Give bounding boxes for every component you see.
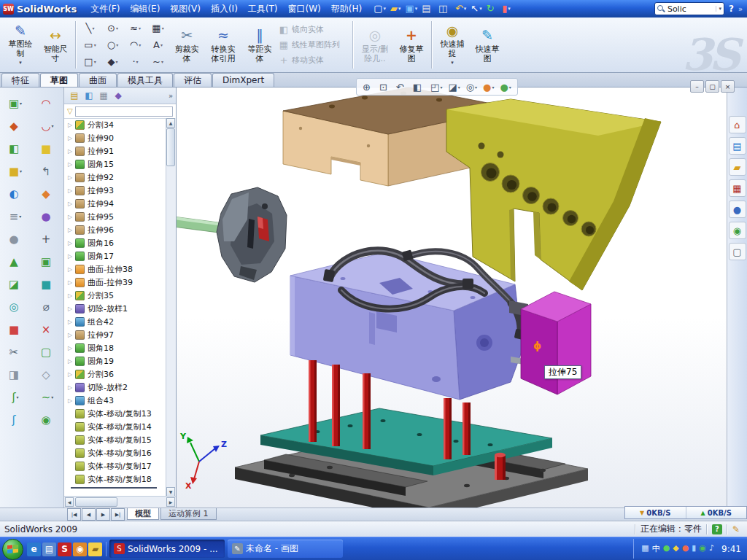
scroll-right-icon[interactable]: ▶ bbox=[166, 497, 175, 507]
commandmanager-tab[interactable]: 特征 bbox=[1, 73, 39, 87]
dropdown-arrow-icon[interactable]: ▾ bbox=[139, 42, 141, 47]
titlebar-tool-icon[interactable]: ↶ ▾ bbox=[453, 2, 468, 15]
menu-item[interactable]: 视图(V) bbox=[165, 2, 206, 16]
task-pane-icon[interactable]: ● bbox=[729, 201, 746, 218]
feature-tree-item[interactable]: ▷ 拉伸97 bbox=[68, 328, 166, 341]
feature-tree-item[interactable]: ▷ 组合42 bbox=[68, 315, 166, 328]
feature-tree-item[interactable]: ▷ 分割36 bbox=[68, 368, 166, 381]
expand-arrow-icon[interactable]: ▷ bbox=[68, 279, 75, 286]
clock[interactable]: 9:41 bbox=[721, 544, 741, 554]
left-toolbar-button[interactable]: ≡ ▾ bbox=[0, 205, 31, 228]
commandmanager-tab[interactable]: 评估 bbox=[174, 73, 212, 87]
toolbar-overflow-icon[interactable]: » bbox=[738, 5, 747, 13]
expand-arrow-icon[interactable]: ▷ bbox=[68, 135, 75, 141]
feature-tree-item[interactable]: ▷ 圆角15 bbox=[68, 158, 166, 171]
panel-tab-icon[interactable]: ◆ bbox=[111, 90, 125, 101]
left-toolbar-button[interactable]: ↰ ▾ bbox=[32, 160, 63, 182]
tree-filter-input[interactable] bbox=[75, 106, 173, 117]
view-tool-icon[interactable]: ◎ ▾ bbox=[463, 82, 480, 93]
commandmanager-tab[interactable]: 草图 bbox=[40, 73, 78, 87]
sketch-entity-tool-button[interactable]: ≈ ▾ bbox=[124, 20, 147, 36]
left-toolbar-button[interactable]: ◡ ▾ bbox=[32, 114, 63, 137]
model-tab[interactable]: 运动算例 1 bbox=[160, 508, 217, 520]
left-toolbar-button[interactable]: ■ ▾ bbox=[32, 273, 63, 295]
dropdown-arrow-icon[interactable]: ▾ bbox=[92, 26, 94, 31]
taskbar-task-button[interactable]: S SolidWorks 2009 - ... bbox=[109, 540, 225, 558]
titlebar-tool-icon[interactable]: ▮ ▾ bbox=[500, 2, 513, 15]
expand-arrow-icon[interactable]: ▷ bbox=[68, 174, 75, 181]
feature-tree-item[interactable]: ▷ 切除-放样2 bbox=[68, 381, 166, 394]
feature-tree-item[interactable]: ▷ 拉伸93 bbox=[68, 184, 166, 197]
dropdown-arrow-icon[interactable]: ▾ bbox=[139, 26, 141, 31]
left-toolbar-button[interactable]: + ▾ bbox=[32, 228, 63, 250]
scroll-up-icon[interactable]: ▲ bbox=[166, 118, 175, 128]
trim-entities-button[interactable]: ✂ 剪裁实 体 bbox=[169, 18, 204, 72]
sketch-entity-tool-button[interactable]: □ ▾ bbox=[79, 53, 101, 70]
tray-icon[interactable]: 中 bbox=[652, 543, 660, 554]
view-tool-icon[interactable]: ● ▾ bbox=[497, 82, 514, 93]
expand-arrow-icon[interactable]: ▷ bbox=[68, 306, 75, 312]
entity-operation-button[interactable]: ◧ 镜向实体 bbox=[277, 22, 350, 37]
feature-tree-item[interactable]: ▷ 拉伸94 bbox=[68, 197, 166, 210]
dropdown-arrow-icon[interactable]: ▾ bbox=[115, 59, 117, 64]
feature-tree-item[interactable]: ▷ 拉伸91 bbox=[68, 144, 166, 158]
left-toolbar-button[interactable]: ■ ▾ bbox=[0, 160, 31, 182]
menu-item[interactable]: 编辑(E) bbox=[125, 2, 165, 16]
sketch-entity-tool-button[interactable]: ◠ ▾ bbox=[124, 36, 147, 53]
status-help-icon[interactable]: ? bbox=[712, 524, 722, 534]
view-tool-icon[interactable]: ◪ ▾ bbox=[445, 82, 462, 93]
search-dropdown-icon[interactable]: ▾ bbox=[716, 6, 724, 12]
view-tool-icon[interactable]: ⊕ ▾ bbox=[360, 82, 376, 93]
start-button[interactable] bbox=[2, 539, 23, 560]
quick-launch-icon[interactable]: e bbox=[27, 542, 41, 556]
sketch-button[interactable]: ✎ 草图绘 制 ▾ bbox=[3, 18, 38, 72]
taskbar-task-button[interactable]: ✎ 未命名 - 画图 bbox=[228, 540, 343, 558]
repair-sketch-button[interactable]: + 修复草 图 bbox=[394, 18, 429, 72]
dropdown-arrow-icon[interactable]: ▾ bbox=[162, 26, 164, 31]
feature-tree-item[interactable]: ▷ 分割34 bbox=[68, 118, 166, 131]
feature-tree-item[interactable]: ▷ 组合43 bbox=[68, 394, 166, 407]
expand-arrow-icon[interactable]: ▷ bbox=[68, 266, 75, 273]
task-pane-icon[interactable]: ⌂ bbox=[729, 116, 746, 133]
quick-launch-icon[interactable]: ▤ bbox=[42, 542, 56, 556]
quick-snaps-button[interactable]: ◉ 快速捕 捉 ▾ bbox=[435, 18, 470, 72]
feature-tree-item[interactable]: ▷ 拉伸96 bbox=[68, 223, 166, 236]
tray-icon[interactable]: ▮ bbox=[692, 543, 696, 554]
view-tool-icon[interactable]: ◧ ▾ bbox=[410, 82, 427, 93]
rollback-bar[interactable] bbox=[71, 487, 157, 489]
left-toolbar-button[interactable]: ◆ ▾ bbox=[0, 114, 31, 137]
clamp-part[interactable] bbox=[217, 187, 287, 282]
menu-item[interactable]: 工具(T) bbox=[243, 2, 283, 16]
dropdown-arrow-icon[interactable]: ▾ bbox=[451, 58, 454, 68]
task-pane-icon[interactable]: ▢ bbox=[729, 243, 746, 260]
left-toolbar-button[interactable]: ◧ ▾ bbox=[0, 137, 31, 160]
dropdown-arrow-icon[interactable]: ▾ bbox=[160, 42, 163, 47]
quick-launch-icon[interactable]: ◉ bbox=[73, 542, 87, 556]
tray-icon[interactable]: ● bbox=[663, 543, 670, 554]
expand-arrow-icon[interactable]: ▷ bbox=[68, 345, 75, 351]
panel-tab-icon[interactable]: ◧ bbox=[82, 90, 96, 101]
left-toolbar-button[interactable]: ▣ ▾ bbox=[0, 92, 31, 114]
feature-tree-item[interactable]: ▷ 实体-移动/复制16 bbox=[68, 446, 166, 459]
sketch-entity-tool-button[interactable]: ▭ ▾ bbox=[79, 36, 101, 53]
sketch-entity-tool-button[interactable]: ▦ ▾ bbox=[147, 20, 169, 36]
sketch-entity-tool-button[interactable]: ~ ▾ bbox=[147, 53, 169, 70]
view-tool-icon[interactable]: ◰ ▾ bbox=[427, 82, 445, 93]
display-delete-relations-button[interactable]: ◎ 显示/删 除几.. bbox=[356, 18, 394, 72]
window-control-button[interactable]: – bbox=[690, 80, 704, 93]
expand-arrow-icon[interactable]: ▷ bbox=[68, 214, 75, 220]
feature-tree-item[interactable]: ▷ 拉伸95 bbox=[68, 210, 166, 223]
convert-entities-button[interactable]: ≈ 转换实 体引用 bbox=[204, 18, 242, 72]
view-tool-icon[interactable]: ● ▾ bbox=[480, 82, 497, 93]
entity-operation-button[interactable]: + 移动实体 bbox=[277, 52, 350, 68]
vcr-button[interactable]: ◀ bbox=[82, 508, 96, 521]
sketch-entity-tool-button[interactable]: ○ ▾ bbox=[101, 36, 124, 53]
left-toolbar-button[interactable]: ● ▾ bbox=[0, 228, 31, 250]
dropdown-arrow-icon[interactable]: ▾ bbox=[94, 42, 96, 47]
expand-arrow-icon[interactable]: ▷ bbox=[68, 187, 75, 194]
left-toolbar-button[interactable]: ʃ ▾ bbox=[0, 386, 31, 408]
feature-tree-item[interactable]: ▷ 实体-移动/复制17 bbox=[68, 459, 166, 472]
titlebar-tool-icon[interactable]: ▢ ▾ bbox=[371, 2, 388, 15]
sketch-entity-tool-button[interactable]: · ▾ bbox=[124, 53, 147, 70]
search-box[interactable]: Solic ▾ bbox=[654, 2, 724, 15]
